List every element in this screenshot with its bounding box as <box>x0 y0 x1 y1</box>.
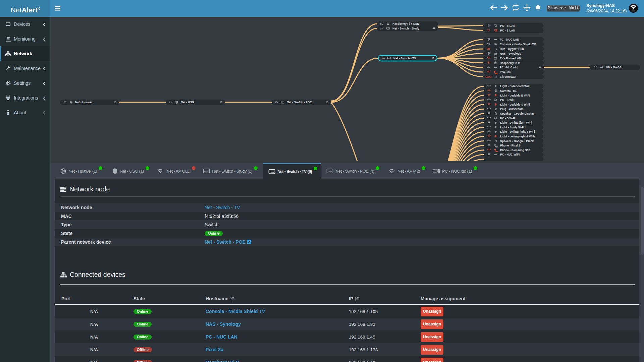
svg-text:Net - Switch - Study: Net - Switch - Study <box>392 27 419 30</box>
svg-text:PC - B LAN: PC - B LAN <box>500 24 515 27</box>
svg-text:5: 5 <box>380 23 382 25</box>
svg-text:Net - Huawei: Net - Huawei <box>75 101 92 104</box>
svg-text:None: None <box>485 75 492 78</box>
svg-text:Speaker - Google - Black: Speaker - Google - Black <box>500 139 534 143</box>
svg-text:NAS - Synology: NAS - Synology <box>500 52 521 55</box>
svg-text:Console - Nvidia Shield TV: Console - Nvidia Shield TV <box>500 43 536 46</box>
svg-text:Light - ceiling-light-2 WiFi: Light - ceiling-light-2 WiFi <box>500 135 535 138</box>
svg-text:Light - ceiling-light-1 WiFi: Light - ceiling-light-1 WiFi <box>500 130 535 133</box>
svg-text:Net - Switch - TV: Net - Switch - TV <box>393 57 416 60</box>
svg-text:Speaker - Google Display: Speaker - Google Display <box>500 112 535 115</box>
svg-text:Plug - Washroom: Plug - Washroom <box>500 107 524 111</box>
svg-text:PC - NUC LAN: PC - NUC LAN <box>500 38 519 41</box>
svg-text:1: 1 <box>169 101 170 104</box>
svg-text:3: 3 <box>380 27 382 30</box>
svg-text:4: 4 <box>382 57 383 60</box>
svg-text:Phone - Pixel 6: Phone - Pixel 6 <box>500 144 521 147</box>
svg-text:Camera - E1: Camera - E1 <box>500 89 517 93</box>
svg-text:Light - Study WiFi: Light - Study WiFi <box>500 126 524 129</box>
svg-text:Light - Sideboard WiFi: Light - Sideboard WiFi <box>500 84 530 88</box>
svg-text:Phone - Samsung S10: Phone - Samsung S10 <box>500 148 530 152</box>
svg-text:Light - Dining light WiFi: Light - Dining light WiFi <box>500 121 532 124</box>
svg-text:PC - S LAN: PC - S LAN <box>500 29 515 32</box>
svg-text:PC - S WiFi: PC - S WiFi <box>500 98 515 102</box>
svg-text:TV - Frame LAN: TV - Frame LAN <box>500 57 521 60</box>
svg-text:VM - NixOS: VM - NixOS <box>606 66 622 69</box>
svg-text:Raspberry Pi B: Raspberry Pi B <box>500 61 520 65</box>
svg-text:Hub - Cygnet Hub: Hub - Cygnet Hub <box>500 47 524 51</box>
svg-text:Light - bedside S WiFi: Light - bedside S WiFi <box>500 103 530 106</box>
svg-text:Raspberry Pi 4 LAN: Raspberry Pi 4 LAN <box>392 22 419 25</box>
svg-text:PC - NUC old: PC - NUC old <box>500 66 518 69</box>
svg-text:Chromecast: Chromecast <box>500 75 516 78</box>
svg-text:Net - Switch - POE: Net - Switch - POE <box>287 101 312 104</box>
svg-text:Light - bedside B WiFi: Light - bedside B WiFi <box>500 94 530 97</box>
svg-text:PC - NUC WiFi: PC - NUC WiFi <box>500 153 520 156</box>
svg-text:PC - B WiFi: PC - B WiFi <box>500 117 516 120</box>
svg-text:Net - USG: Net - USG <box>181 101 194 104</box>
svg-text:Pixel-3a: Pixel-3a <box>500 70 511 74</box>
